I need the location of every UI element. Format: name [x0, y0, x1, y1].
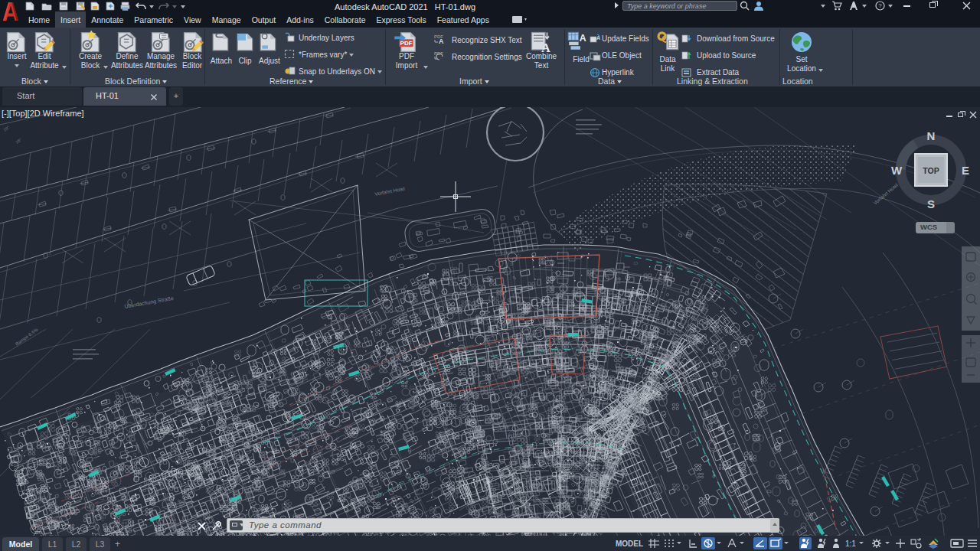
svg-text:W: W [891, 164, 903, 177]
svg-text:28°: 28° [15, 137, 22, 145]
svg-text:Überdachung Straße: Überdachung Straße [124, 295, 174, 310]
svg-text:PDF: PDF [400, 40, 413, 47]
svg-text:N: N [927, 129, 936, 142]
svg-text:A: A [580, 33, 586, 44]
svg-text:29°: 29° [2, 125, 10, 132]
svg-text:S: S [927, 197, 935, 210]
svg-text:TOP: TOP [923, 166, 939, 175]
svg-text:Vorfahrt Hotel: Vorfahrt Hotel [374, 185, 406, 197]
svg-text:A: A [439, 37, 444, 44]
svg-text:E: E [962, 164, 969, 177]
svg-text:Rampe 6,5%: Rampe 6,5% [15, 327, 39, 347]
svg-text:?: ? [878, 2, 882, 9]
